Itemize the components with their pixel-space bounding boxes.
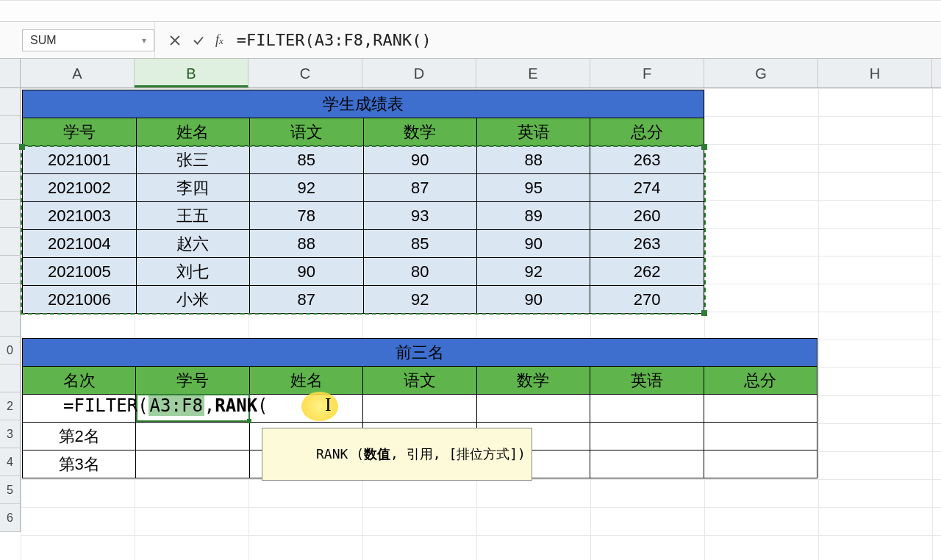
cell[interactable]: 90 [477,286,590,314]
ribbon-placeholder [0,0,941,22]
table-row: 2021002 李四 92 87 95 274 [23,174,704,202]
cell[interactable]: 85 [363,230,476,258]
cell[interactable]: 88 [250,230,363,258]
cell[interactable]: 90 [477,230,590,258]
cell[interactable]: 92 [477,258,590,286]
confirm-icon[interactable] [192,34,205,47]
cell[interactable]: 80 [363,258,476,286]
cell[interactable]: 2021005 [23,258,137,286]
col-header-F[interactable]: F [590,59,704,87]
cell[interactable]: 李四 [136,174,249,202]
col-header-G[interactable]: G [704,59,818,87]
col-header-A[interactable]: A [21,59,135,87]
formula-token: =FILTER( [63,395,149,416]
cell[interactable]: 87 [250,286,363,314]
row-header[interactable] [0,144,21,172]
cell[interactable]: 95 [477,174,590,202]
cell[interactable]: 王五 [136,202,249,230]
cell[interactable]: 2021002 [23,174,137,202]
cell[interactable]: 274 [590,174,704,202]
cell[interactable]: 2021004 [23,230,137,258]
cell[interactable]: 270 [590,286,704,314]
row-header[interactable] [0,200,21,228]
row-header[interactable] [0,88,21,116]
cell[interactable]: 89 [477,202,590,230]
cell[interactable]: 张三 [136,146,249,174]
fx-icon[interactable]: fx [215,32,223,48]
col-header-E[interactable]: E [476,59,590,87]
row-header[interactable]: 4 [0,448,21,476]
formula-input[interactable]: =FILTER(A3:F8,RANK() [229,31,941,49]
top3-header: 数学 [476,367,590,395]
cell[interactable]: 2021003 [23,202,137,230]
col-header-B[interactable]: B [135,59,248,87]
formula-bar: SUM ▾ fx =FILTER(A3:F8,RANK() [0,22,941,59]
student-header: 英语 [477,118,590,146]
row-header[interactable] [0,284,21,312]
col-header-D[interactable]: D [362,59,476,87]
row-header[interactable]: 2 [0,392,21,420]
col-header-C[interactable]: C [248,59,362,87]
cell[interactable] [704,450,817,478]
cell[interactable] [590,423,704,450]
cancel-icon[interactable] [168,34,182,47]
cell[interactable]: 78 [250,202,363,230]
row-header[interactable]: 6 [0,504,21,532]
cell[interactable] [590,450,704,478]
table-row: 2021006 小米 87 92 90 270 [23,286,704,314]
row-header[interactable] [0,256,21,284]
row-header[interactable] [0,172,21,200]
cell[interactable]: 2021006 [23,286,137,314]
row-header[interactable] [0,365,21,392]
row-header[interactable] [0,116,21,144]
name-box[interactable]: SUM ▾ [22,29,154,51]
cell[interactable]: 90 [250,258,363,286]
function-tooltip: RANK (数值, 引用, [排位方式]) [262,428,532,481]
cell[interactable]: 263 [590,146,704,174]
top3-header: 语文 [363,367,476,395]
student-header: 姓名 [136,118,249,146]
cell[interactable]: 2021001 [23,146,137,174]
cell[interactable]: 260 [590,202,704,230]
cell[interactable] [136,423,249,450]
cell[interactable] [590,395,704,423]
table-row: 2021005 刘七 90 80 92 262 [23,258,704,286]
cell[interactable]: 赵六 [136,230,249,258]
cell[interactable]: 90 [363,146,476,174]
student-scores-table[interactable]: 学生成绩表 学号 姓名 语文 数学 英语 总分 2021001 张三 85 90… [22,90,704,314]
col-header-H[interactable]: H [818,59,932,87]
formula-token: , [204,395,215,416]
cell[interactable]: 小米 [136,286,249,314]
cell[interactable] [136,450,249,478]
row-header[interactable] [0,312,21,337]
cell-editor[interactable]: =FILTER( A3:F8 , RANK ( [63,395,268,416]
cell[interactable]: 88 [477,146,590,174]
top3-header: 英语 [590,367,704,395]
cell[interactable] [363,395,476,423]
spreadsheet-grid[interactable]: A B C D E F G H 0 2 3 4 5 6 学生成绩表 学号 [0,59,941,560]
chevron-down-icon[interactable]: ▾ [142,35,146,46]
cell[interactable] [704,423,817,450]
cell[interactable]: 85 [250,146,363,174]
cell[interactable]: 93 [363,202,476,230]
cell[interactable] [704,395,817,423]
cell[interactable]: 92 [250,174,363,202]
rank-label[interactable]: 第3名 [23,450,136,478]
top3-header: 总分 [704,367,817,395]
cell[interactable] [476,395,590,423]
formula-bar-controls: fx [154,22,229,58]
cell[interactable]: 262 [590,258,704,286]
cell[interactable]: 87 [363,174,476,202]
rank-label[interactable]: 第2名 [23,423,136,450]
cell[interactable]: 刘七 [136,258,249,286]
row-header[interactable]: 0 [0,337,21,365]
row-header[interactable] [0,228,21,256]
cell[interactable]: 263 [590,230,704,258]
row-header[interactable]: 5 [0,476,21,504]
row-header[interactable]: 3 [0,420,21,448]
name-box-value: SUM [30,34,57,47]
column-headers: A B C D E F G H [0,59,941,88]
select-all-corner[interactable] [0,59,21,87]
cell[interactable]: 92 [363,286,476,314]
top3-header: 学号 [136,367,249,395]
